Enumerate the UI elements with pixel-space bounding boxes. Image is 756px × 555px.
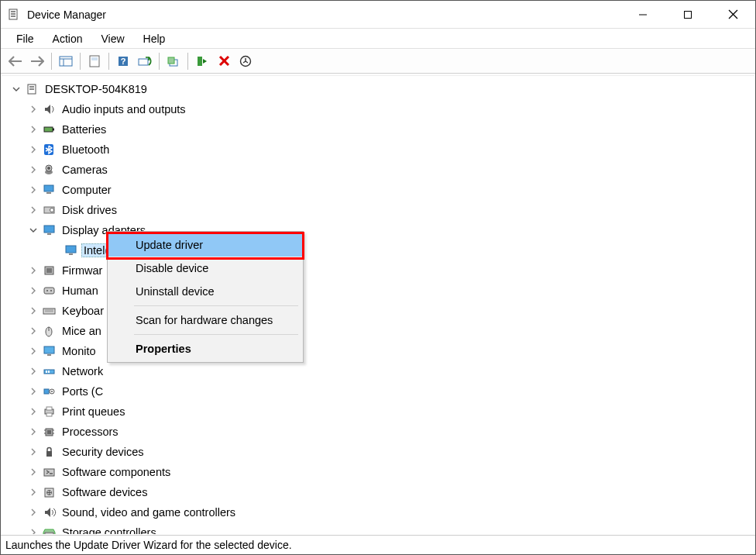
svg-point-56 [51, 391, 53, 392]
storage-icon [42, 526, 57, 534]
svg-rect-40 [46, 268, 52, 273]
svg-rect-17 [168, 57, 174, 64]
chevron-right-icon[interactable] [28, 126, 39, 133]
svg-rect-70 [45, 533, 53, 534]
menu-help[interactable]: Help [136, 31, 174, 47]
chevron-right-icon[interactable] [28, 206, 39, 214]
chevron-right-icon[interactable] [28, 388, 39, 395]
mouse-icon [42, 324, 57, 338]
network-icon [42, 364, 57, 378]
swcomp-icon [42, 465, 57, 479]
properties-button[interactable] [84, 51, 105, 71]
forward-button[interactable] [27, 51, 47, 71]
category-node[interactable]: Disk drives [2, 200, 754, 220]
chevron-right-icon[interactable] [28, 327, 39, 335]
chevron-right-icon[interactable] [28, 367, 39, 375]
chevron-right-icon[interactable] [28, 448, 39, 456]
chevron-right-icon[interactable] [28, 408, 39, 415]
chevron-right-icon[interactable] [28, 105, 39, 113]
context-menu-item[interactable]: Properties [108, 337, 303, 360]
menu-view[interactable]: View [93, 31, 132, 47]
chevron-right-icon[interactable] [28, 508, 39, 516]
chevron-right-icon[interactable] [28, 166, 39, 174]
titlebar: Device Manager [1, 1, 755, 29]
category-node[interactable]: Audio inputs and outputs [2, 99, 754, 119]
chevron-down-icon[interactable] [28, 226, 39, 234]
category-node[interactable]: Sound, video and game controllers [2, 502, 754, 522]
chevron-right-icon[interactable] [28, 146, 39, 153]
toolbar-separator [108, 53, 109, 70]
disable-device-button[interactable] [235, 51, 256, 71]
svg-rect-24 [29, 88, 34, 90]
ports-icon [42, 384, 57, 398]
display-icon [42, 223, 57, 237]
chevron-down-icon[interactable] [11, 85, 22, 93]
disk-icon [42, 203, 57, 217]
chevron-right-icon[interactable] [28, 307, 39, 315]
category-node[interactable]: Computer [2, 180, 754, 200]
chevron-right-icon[interactable] [28, 428, 39, 436]
pc-icon [25, 82, 40, 96]
update-driver-toolbar-button[interactable] [163, 51, 184, 71]
category-node[interactable]: Cameras [2, 160, 754, 180]
menu-action[interactable]: Action [45, 31, 91, 47]
toolbar-separator [80, 53, 81, 70]
help-button[interactable]: ? [113, 51, 133, 71]
node-label: Batteries [62, 123, 106, 136]
node-label: Mice an [62, 325, 101, 337]
status-bar: Launches the Update Driver Wizard for th… [1, 535, 755, 554]
window-controls [620, 1, 755, 28]
category-node[interactable]: Bluetooth [2, 140, 754, 160]
scan-hardware-button[interactable] [135, 51, 155, 71]
category-node[interactable]: Ports (C [2, 381, 754, 402]
node-label: Monito [62, 345, 96, 357]
node-label: Sound, video and game controllers [62, 506, 235, 519]
svg-rect-36 [47, 233, 51, 235]
svg-rect-61 [47, 430, 51, 434]
root-node[interactable]: DESKTOP-504K819 [2, 79, 754, 99]
chevron-right-icon[interactable] [28, 529, 39, 534]
status-text: Launches the Update Driver Wizard for th… [5, 539, 292, 551]
svg-point-34 [50, 209, 54, 212]
category-node[interactable]: Storage controllers [2, 522, 754, 534]
chevron-right-icon[interactable] [28, 347, 39, 355]
maximize-button[interactable] [665, 1, 710, 28]
svg-point-42 [46, 290, 48, 291]
context-menu-item[interactable]: Uninstall device [108, 280, 303, 303]
category-node[interactable]: Processors [2, 422, 754, 442]
back-button[interactable] [5, 51, 26, 71]
svg-rect-35 [44, 226, 54, 233]
chevron-right-icon[interactable] [28, 287, 39, 295]
show-hide-tree-button[interactable] [56, 51, 76, 71]
category-node[interactable]: Software components [2, 462, 754, 482]
chevron-right-icon[interactable] [28, 186, 39, 194]
category-node[interactable]: Network [2, 361, 754, 381]
minimize-button[interactable] [620, 1, 665, 28]
menu-file[interactable]: File [9, 31, 42, 47]
monitor-icon [42, 344, 57, 358]
display-icon [64, 243, 79, 257]
node-label: Computer [62, 184, 112, 196]
svg-rect-41 [44, 288, 54, 294]
close-button[interactable] [710, 1, 755, 28]
keyboard-icon [42, 304, 57, 318]
category-node[interactable]: Security devices [2, 442, 754, 462]
category-node[interactable]: Batteries [2, 119, 754, 140]
svg-rect-58 [46, 407, 52, 410]
context-menu-item[interactable]: Scan for hardware changes [108, 309, 303, 332]
bluetooth-icon [42, 143, 57, 157]
node-label: Software devices [62, 486, 147, 498]
category-node[interactable]: Software devices [2, 482, 754, 502]
context-menu-item[interactable]: Disable device [108, 257, 303, 280]
enable-device-button[interactable] [192, 51, 212, 71]
svg-rect-25 [44, 127, 53, 132]
node-label: Audio inputs and outputs [62, 103, 186, 115]
uninstall-button[interactable] [214, 51, 234, 71]
battery-icon [42, 122, 57, 136]
context-menu-item[interactable]: Update driver [108, 233, 303, 257]
category-node[interactable]: Print queues [2, 402, 754, 422]
chevron-right-icon[interactable] [28, 488, 39, 496]
toolbar: ? [1, 49, 755, 74]
chevron-right-icon[interactable] [28, 468, 39, 476]
chevron-right-icon[interactable] [28, 267, 39, 274]
